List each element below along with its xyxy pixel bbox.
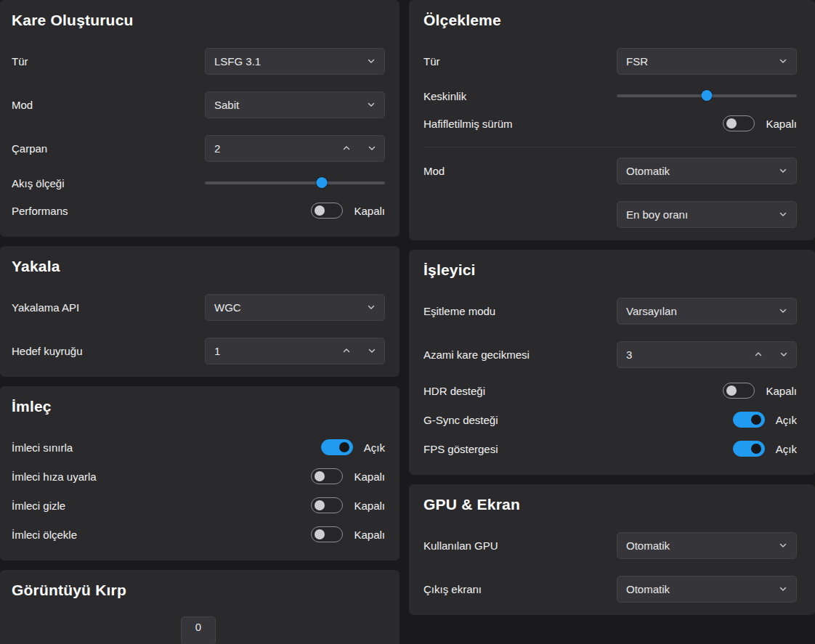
capture-card: Yakala Yakalama API WGC Hedef kuyruğu 1 <box>0 246 400 377</box>
renderer-title: İşleyici <box>423 261 797 279</box>
capture-api-row: Yakalama API WGC <box>12 293 385 322</box>
left-column: Kare Oluşturucu Tür LSFG 3.1 Mod Sabit Ç… <box>0 0 400 644</box>
cursor-scale-label: İmleci ölçekle <box>12 529 77 541</box>
cursor-adapt-toggle[interactable] <box>311 468 343 484</box>
gpu-row: Kullanılan GPU Otomatik <box>423 531 797 560</box>
scaling-type-label: Tür <box>423 55 440 68</box>
toggle-knob <box>315 529 325 539</box>
gpu-label: Kullanılan GPU <box>423 539 498 552</box>
toggle-knob <box>315 500 325 510</box>
toggle-state-label: Kapalı <box>766 385 797 397</box>
toggle-state-label: Kapalı <box>354 470 385 483</box>
fg-mode-row: Mod Sabit <box>12 90 385 119</box>
fg-type-dropdown[interactable]: LSFG 3.1 <box>205 48 385 75</box>
capture-api-dropdown[interactable]: WGC <box>205 294 385 321</box>
slider-thumb[interactable] <box>317 177 328 188</box>
cursor-title: İmleç <box>12 398 385 415</box>
max-latency-stepper[interactable]: 3 <box>617 341 797 368</box>
toggle-group: Kapalı <box>311 203 385 219</box>
stepper-up-button[interactable] <box>333 136 359 161</box>
gsync-toggle[interactable] <box>733 412 765 428</box>
performance-toggle[interactable] <box>311 203 343 219</box>
cursor-clip-toggle[interactable] <box>321 439 353 455</box>
renderer-gsync-row: G-Sync desteği Açık <box>423 405 797 434</box>
cursor-hide-label: İmleci gizle <box>12 500 65 512</box>
flow-scale-slider[interactable] <box>205 176 385 190</box>
sync-mode-dropdown[interactable]: Varsayılan <box>617 298 797 325</box>
output-screen-dropdown[interactable]: Otomatik <box>617 576 797 603</box>
dropdown-value: Sabit <box>214 99 239 111</box>
stepper-value: 3 <box>617 349 745 361</box>
stepper-down-button[interactable] <box>771 342 796 367</box>
scaling-mode-label: Mod <box>423 165 445 177</box>
toggle-state-label: Kapalı <box>354 205 385 217</box>
renderer-fps-label: FPS göstergesi <box>423 443 498 455</box>
divider <box>423 147 797 147</box>
toggle-knob <box>726 118 737 129</box>
capture-queue-label: Hedef kuyruğu <box>12 345 83 357</box>
stepper-down-button[interactable] <box>359 136 384 161</box>
stepper-value: 1 <box>206 345 333 357</box>
renderer-latency-row: Azami kare gecikmesi 3 <box>423 340 797 369</box>
chevron-down-icon <box>367 100 376 109</box>
fg-multiplier-stepper[interactable]: 2 <box>205 135 385 162</box>
crop-title: Görüntüyü Kırp <box>12 582 385 599</box>
gpu-screen-title: GPU & Ekran <box>423 496 797 513</box>
cursor-hide-toggle[interactable] <box>311 497 343 513</box>
capture-queue-stepper[interactable]: 1 <box>205 338 385 364</box>
scaling-type-dropdown[interactable]: FSR <box>617 48 797 75</box>
fps-indicator-toggle[interactable] <box>733 441 765 457</box>
toggle-state-label: Açık <box>776 443 797 455</box>
cursor-clip-row: İmleci sınırla Açık <box>12 433 385 462</box>
toggle-group: Kapalı <box>723 115 797 131</box>
dropdown-value: Otomatik <box>626 165 670 177</box>
crop-top-input[interactable]: 0 <box>181 616 216 644</box>
dropdown-value: En boy oranı <box>626 208 688 221</box>
chevron-down-icon <box>779 306 787 315</box>
scaling-aspect-row: En boy oranı <box>423 200 797 229</box>
slider-thumb[interactable] <box>702 90 713 101</box>
toggle-state-label: Kapalı <box>354 500 385 512</box>
cursor-card: İmleç İmleci sınırla Açık İmleci hıza uy… <box>0 386 400 561</box>
chevron-down-icon <box>779 350 788 359</box>
fg-flow-scale-row: Akış ölçeği <box>12 170 385 196</box>
toggle-knob <box>751 415 761 425</box>
stepper-up-button[interactable] <box>333 338 359 364</box>
chevron-down-icon <box>367 303 376 311</box>
hdr-toggle[interactable] <box>723 383 755 399</box>
capture-title: Yakala <box>12 258 385 275</box>
lightweight-toggle[interactable] <box>723 115 755 131</box>
dropdown-value: Otomatik <box>626 583 670 595</box>
renderer-sync-row: Eşitleme modu Varsayılan <box>423 296 797 325</box>
dropdown-value: Otomatik <box>626 539 670 552</box>
scaling-lightweight-row: Hafifletilmiş sürüm Kapalı <box>423 109 797 138</box>
toggle-group: Kapalı <box>311 497 385 513</box>
fg-performance-row: Performans Kapalı <box>12 196 385 225</box>
stepper-up-button[interactable] <box>745 342 771 367</box>
gpu-screen-card: GPU & Ekran Kullanılan GPU Otomatik Çıkı… <box>409 484 815 615</box>
renderer-gsync-label: G-Sync desteği <box>423 414 498 426</box>
renderer-sync-label: Eşitleme modu <box>423 305 495 317</box>
renderer-fps-row: FPS göstergesi Açık <box>423 434 797 463</box>
toggle-state-label: Açık <box>364 441 385 454</box>
toggle-group: Kapalı <box>311 468 385 484</box>
stepper-down-button[interactable] <box>359 338 384 364</box>
dropdown-value: FSR <box>626 55 648 68</box>
capture-queue-row: Hedef kuyruğu 1 <box>12 336 385 365</box>
settings-page: Kare Oluşturucu Tür LSFG 3.1 Mod Sabit Ç… <box>0 0 815 644</box>
cursor-scale-toggle[interactable] <box>311 526 343 542</box>
cursor-hide-row: İmleci gizle Kapalı <box>12 491 385 520</box>
scaling-mode-dropdown[interactable]: Otomatik <box>617 158 797 184</box>
cursor-adapt-label: İmleci hıza uyarla <box>12 470 97 483</box>
scaling-lightweight-label: Hafifletilmiş sürüm <box>423 118 513 130</box>
renderer-hdr-label: HDR desteği <box>423 385 485 397</box>
fg-flow-scale-label: Akış ölçeği <box>12 177 65 189</box>
fg-mode-dropdown[interactable]: Sabit <box>205 91 385 118</box>
aspect-ratio-dropdown[interactable]: En boy oranı <box>617 201 797 228</box>
output-screen-row: Çıkış ekranı Otomatik <box>423 574 797 603</box>
scaling-sharpness-row: Keskinlik <box>423 83 797 109</box>
renderer-latency-label: Azami kare gecikmesi <box>423 349 530 361</box>
gpu-dropdown[interactable]: Otomatik <box>617 532 797 559</box>
scaling-mode-row: Mod Otomatik <box>423 156 797 185</box>
sharpness-slider[interactable] <box>617 89 797 103</box>
